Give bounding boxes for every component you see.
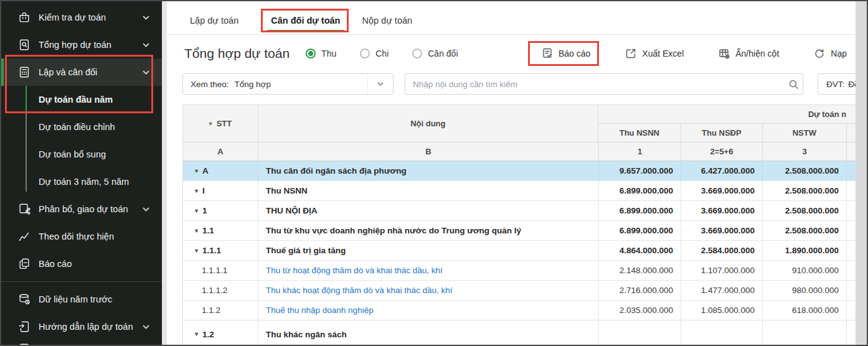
radio-label: Chi [375,49,389,58]
column-header-nstw: NSTW [762,124,846,142]
tab-bar: Lập dự toán Cân đối dự toán Nộp dự toán [167,6,856,35]
chevron-down-icon [141,322,151,332]
tab-lap-du-toan[interactable]: Lập dự toán [190,6,238,35]
radio-chi[interactable]: Chi [360,49,389,58]
table-row[interactable]: 1.1.2 Thuế thu nhập doanh nghiệp 2.035.0… [183,301,856,320]
document-arrow-icon [17,320,31,334]
sidebar-item-label: Báo cáo [39,259,72,269]
tab-label: Cân đối dự toán [271,16,340,26]
chevron-down-icon [141,205,151,214]
refresh-button[interactable]: Nạp [814,48,847,59]
sidebar-nav: Kiểm tra dự toán Tổng hợp dự toán Lập và… [1,4,162,345]
column-group-du-toan: Dự toán n Thu NSNN Thu NSĐP NSTW [598,105,856,142]
report-button-label: Báo cáo [559,49,590,58]
toggle-columns-button[interactable]: Ẩn/hiện cột [719,48,779,59]
code-cell [846,143,856,161]
table-row[interactable]: ▾1.2 Thu khác ngân sách [183,320,856,345]
sidebar-item-label: Hướng dẫn lập dự toán [39,322,133,332]
radio-selected-icon [306,49,316,58]
sidebar-item-kiem-tra-du-toan[interactable]: Kiểm tra dự toán [1,4,162,31]
row-content-link[interactable]: Thu khác hoạt động thăm dò và khai thác … [258,281,598,300]
collapse-caret[interactable]: ▾ [195,208,198,214]
sidebar-item-phan-bo-giao-du-toan[interactable]: Phân bổ, giao dự toán [1,195,162,223]
calculator-icon [17,65,31,79]
vertical-scrollbar[interactable] [856,1,867,345]
table-row[interactable]: ▾1 THU NỘI ĐỊA 6.899.000.000 3.669.000.0… [183,201,856,221]
table-row[interactable]: ▾1.1.1 Thuế giá trị gia tăng 4.864.000.0… [183,241,856,261]
sidebar-item-du-toan-dieu-chinh[interactable]: Dự toán điều chỉnh [1,113,162,141]
collapse-caret[interactable]: ▾ [195,188,198,194]
sidebar-item-label: Dữ liệu năm trước [39,294,112,304]
column-code-row: A B 1 2=5+6 3 [183,143,856,161]
chevron-down-icon [141,40,151,50]
radio-label: Cân đối [428,49,458,58]
sub-columns: Thu NSNN Thu NSĐP NSTW [598,124,856,142]
sidebar-item-theo-doi-thuc-hien[interactable]: Theo dõi thực hiện [1,223,162,250]
chevron-down-icon [367,74,393,94]
sidebar-divider [1,281,162,282]
search-input[interactable] [405,74,784,94]
allocate-share-icon [17,202,31,216]
column-header-stt[interactable]: ▾ STT [183,105,258,142]
view-mode-select[interactable]: Xem theo: Tổng hợp [182,73,394,95]
sidebar-item-bao-cao[interactable]: Báo cáo [1,250,162,278]
sidebar-item-du-toan-bo-sung[interactable]: Dự toán bổ sung [1,141,162,168]
columns-gear-icon [719,48,730,59]
code-cell: 3 [762,143,846,161]
report-button[interactable]: Báo cáo [542,48,590,59]
column-header-noi-dung: Nội dung [258,105,598,142]
sidebar-item-tong-hop-du-toan[interactable]: Tổng hợp dự toán [1,31,162,58]
table-row[interactable]: ▾1.1 Thu từ khu vực doanh nghiệp nhà nướ… [183,221,856,241]
sidebar-item-label: Dự toán 3 năm, 5 năm [39,177,129,187]
sidebar: Kiểm tra dự toán Tổng hợp dự toán Lập và… [1,1,162,345]
sidebar-item-label: Tổng hợp dự toán [39,40,111,50]
radio-unselected-icon [412,49,422,58]
active-tab-underline [267,30,344,32]
radio-group: Thu Chi Cân đối [306,49,458,58]
sidebar-item-du-toan-dau-nam[interactable]: Dự toán đầu năm [1,86,162,113]
sidebar-item-partial[interactable] [1,335,162,345]
collapse-caret[interactable]: ▾ [195,248,198,254]
search-box [405,73,803,95]
sidebar-content-gap [162,1,167,345]
unit-value: Đồng [848,80,856,89]
tab-can-doi-du-toan[interactable]: Cân đối dự toán [271,6,340,35]
table-row[interactable]: ▾I Thu NSNN 6.899.000.000 3.669.000.000 … [183,181,856,201]
export-excel-button[interactable]: Xuất Excel [625,48,684,59]
radio-can-doi[interactable]: Cân đối [412,49,458,58]
filter-caret-icon: ▾ [209,121,212,127]
radio-thu[interactable]: Thu [306,49,336,58]
row-content: Thuế giá trị gia tăng [258,241,598,260]
sidebar-item-label: Dự toán đầu năm [39,95,113,105]
collapse-caret[interactable]: ▾ [195,228,198,234]
tab-label: Lập dự toán [190,16,238,26]
report-copy-icon [17,257,31,271]
row-content: Thu từ khu vực doanh nghiệp nhà nước do … [258,221,598,240]
search-icon[interactable] [784,79,803,90]
toolbar: Báo cáo Xuất Excel Ẩn/hiện cột Nạp [542,48,847,59]
table-row[interactable]: 1.1.1.2 Thu khác hoạt động thăm dò và kh… [183,281,856,301]
refresh-label: Nạp [831,49,847,58]
tab-label: Nộp dự toán [362,16,412,26]
row-content-link[interactable]: Thuế thu nhập doanh nghiệp [258,301,598,320]
table-row[interactable]: 1.1.1.1 Thu từ hoạt động thăm dò và khai… [183,261,856,281]
table-row[interactable]: ▾A Thu cân đối ngân sách địa phương 9.65… [183,161,856,181]
refresh-icon [814,48,825,59]
unit-display: ĐVT: Đồng [818,73,856,95]
main-content: Lập dự toán Cân đối dự toán Nộp dự toán … [167,1,856,345]
tab-nop-du-toan[interactable]: Nộp dự toán [362,6,412,35]
sidebar-item-lap-va-can-doi[interactable]: Lập và cân đối [1,58,162,86]
sidebar-item-label: Phân bổ, giao dự toán [39,204,128,214]
sidebar-item-label: Dự toán điều chỉnh [39,122,115,132]
view-mode-value: Tổng hợp [235,80,271,89]
row-content: THU NỘI ĐỊA [258,201,598,220]
collapse-caret[interactable]: ▾ [195,168,198,174]
collapse-caret[interactable]: ▾ [195,331,198,337]
code-cell: A [183,143,258,161]
sidebar-item-du-toan-3-nam-5-nam[interactable]: Dự toán 3 năm, 5 năm [1,168,162,195]
sidebar-item-label: Theo dõi thực hiện [39,231,114,241]
row-content-link[interactable]: Thu từ hoạt động thăm dò và khai thác dầ… [258,261,598,280]
column-header-thu-nsnn: Thu NSNN [598,124,681,142]
group-header: Dự toán n [598,105,856,124]
sidebar-item-du-lieu-nam-truoc[interactable]: Dữ liệu năm trước [1,286,162,313]
